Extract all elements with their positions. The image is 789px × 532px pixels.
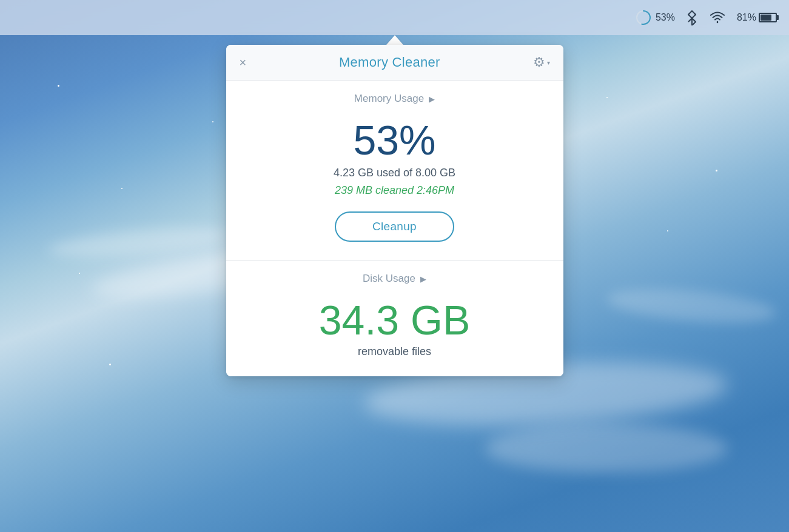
memory-title-row[interactable]: Memory Usage ▶ bbox=[240, 93, 550, 105]
memory-section: Memory Usage ▶ 53% 4.23 GB used of 8.00 … bbox=[226, 81, 563, 261]
settings-button[interactable]: ⚙ ▾ bbox=[533, 55, 550, 70]
memory-used-text: 4.23 GB used of 8.00 GB bbox=[240, 167, 550, 179]
bluetooth-indicator[interactable] bbox=[686, 10, 698, 25]
star bbox=[716, 170, 717, 171]
disk-title-row[interactable]: Disk Usage ▶ bbox=[240, 273, 550, 285]
memory-percent-display: 53% bbox=[240, 119, 550, 161]
star bbox=[79, 273, 80, 274]
menubar: 53% 81% bbox=[0, 0, 789, 35]
battery-percent: 81% bbox=[737, 12, 756, 23]
cleanup-button[interactable]: Cleanup bbox=[335, 211, 454, 242]
cloud-wisp bbox=[485, 424, 728, 473]
disk-section-arrow: ▶ bbox=[420, 274, 426, 284]
battery-icon bbox=[759, 13, 777, 22]
wifi-icon bbox=[709, 11, 726, 24]
star bbox=[109, 364, 111, 365]
memory-progress-circle bbox=[635, 9, 652, 26]
star bbox=[606, 97, 608, 98]
menubar-memory-percent: 53% bbox=[656, 12, 675, 23]
chevron-down-icon: ▾ bbox=[547, 59, 550, 66]
star bbox=[121, 188, 123, 189]
cloud-wisp bbox=[605, 284, 777, 328]
memory-section-arrow: ▶ bbox=[429, 95, 435, 104]
disk-sub-label: removable files bbox=[240, 345, 550, 358]
battery-fill bbox=[760, 15, 771, 21]
memory-indicator[interactable]: 53% bbox=[635, 9, 675, 26]
star bbox=[58, 85, 59, 87]
close-button[interactable]: × bbox=[240, 56, 247, 68]
popup-panel: × Memory Cleaner ⚙ ▾ Memory Usage ▶ 53% … bbox=[226, 45, 563, 376]
panel-header: × Memory Cleaner ⚙ ▾ bbox=[226, 45, 563, 81]
disk-section: Disk Usage ▶ 34.3 GB removable files bbox=[226, 261, 563, 376]
disk-size-display: 34.3 GB bbox=[240, 299, 550, 341]
memory-section-title: Memory Usage bbox=[354, 93, 424, 105]
star bbox=[212, 121, 213, 122]
battery-indicator[interactable]: 81% bbox=[737, 12, 777, 23]
popup-arrow bbox=[386, 35, 403, 45]
memory-cleaned-text: 239 MB cleaned 2:46PM bbox=[240, 184, 550, 197]
gear-icon: ⚙ bbox=[533, 55, 545, 70]
star bbox=[667, 230, 668, 231]
panel-title: Memory Cleaner bbox=[339, 55, 440, 70]
wifi-indicator[interactable] bbox=[709, 11, 726, 24]
bluetooth-icon bbox=[686, 10, 698, 25]
disk-section-title: Disk Usage bbox=[363, 273, 415, 285]
